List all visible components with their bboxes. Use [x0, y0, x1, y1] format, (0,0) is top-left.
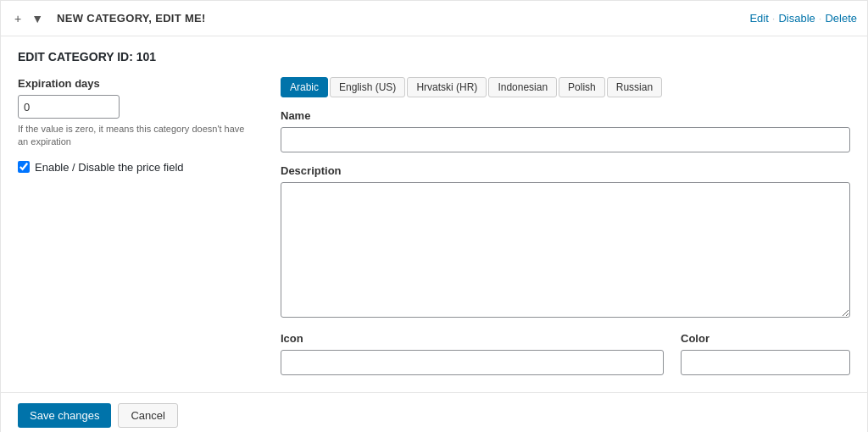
- add-icon-button[interactable]: +: [11, 11, 25, 26]
- description-textarea[interactable]: [281, 182, 850, 318]
- tab-polish[interactable]: Polish: [559, 77, 605, 97]
- tab-russian[interactable]: Russian: [607, 77, 662, 97]
- header-icons: + ▼: [11, 11, 47, 26]
- description-label: Description: [281, 164, 850, 177]
- name-label: Name: [281, 109, 850, 122]
- icon-label: Icon: [281, 332, 664, 345]
- expiration-input[interactable]: [18, 95, 120, 119]
- first-category-actions: Edit · Disable · Delete: [749, 12, 857, 25]
- left-column: Expiration days If the value is zero, it…: [18, 77, 255, 375]
- dropdown-icon-button[interactable]: ▼: [28, 11, 47, 26]
- edit-body: Expiration days If the value is zero, it…: [18, 77, 850, 375]
- language-tabs: Arabic English (US) Hrvatski (HR) Indone…: [281, 77, 850, 97]
- icon-field-group: Icon: [281, 332, 664, 375]
- tab-indonesian[interactable]: Indonesian: [488, 77, 557, 97]
- sep1: ·: [772, 12, 776, 25]
- color-input[interactable]: [681, 350, 850, 375]
- color-label: Color: [681, 332, 850, 345]
- first-category-header: + ▼ NEW CATEGORY, EDIT ME! Edit · Disabl…: [1, 1, 867, 36]
- save-row: Save changes Cancel: [1, 392, 867, 432]
- right-column: Arabic English (US) Hrvatski (HR) Indone…: [281, 77, 850, 375]
- first-category-row: + ▼ NEW CATEGORY, EDIT ME! Edit · Disabl…: [0, 0, 868, 432]
- icon-color-row: Icon Color: [281, 332, 850, 375]
- edit-section: EDIT CATEGORY ID: 101 Expiration days If…: [1, 36, 867, 392]
- sep2: ·: [819, 12, 822, 25]
- tab-arabic[interactable]: Arabic: [281, 77, 328, 97]
- cancel-button[interactable]: Cancel: [118, 403, 177, 428]
- price-field-checkbox-row: Enable / Disable the price field: [18, 161, 255, 174]
- name-input[interactable]: [281, 127, 850, 152]
- edit-title: EDIT CATEGORY ID: 101: [18, 50, 850, 64]
- first-category-title: NEW CATEGORY, EDIT ME!: [57, 12, 749, 25]
- edit-link[interactable]: Edit: [749, 12, 768, 25]
- tab-hrvatski[interactable]: Hrvatski (HR): [407, 77, 487, 97]
- disable-link[interactable]: Disable: [778, 12, 815, 25]
- expiration-hint: If the value is zero, it means this cate…: [18, 123, 255, 149]
- delete-link[interactable]: Delete: [825, 12, 857, 25]
- price-field-label: Enable / Disable the price field: [35, 161, 184, 174]
- icon-input[interactable]: [281, 350, 664, 375]
- price-field-checkbox[interactable]: [18, 161, 30, 173]
- tab-english-us[interactable]: English (US): [330, 77, 405, 97]
- color-field-group: Color: [681, 332, 850, 375]
- save-button[interactable]: Save changes: [18, 403, 111, 428]
- expiration-label: Expiration days: [18, 77, 255, 90]
